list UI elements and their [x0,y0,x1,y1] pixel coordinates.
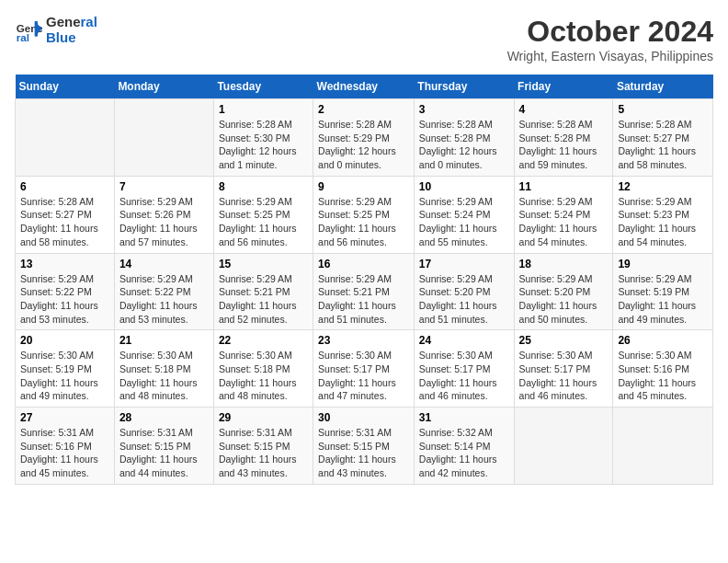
calendar-day-cell: 17Sunrise: 5:29 AMSunset: 5:20 PMDayligh… [414,253,514,330]
page-header: Gene ral General Blue October 2024 Wrigh… [15,15,713,63]
day-number: 25 [519,334,609,347]
calendar-day-cell: 12Sunrise: 5:29 AMSunset: 5:23 PMDayligh… [613,176,713,253]
day-number: 30 [318,411,409,424]
day-detail: Sunrise: 5:29 AMSunset: 5:23 PMDaylight:… [618,195,708,249]
svg-rect-3 [35,21,38,37]
calendar-day-cell: 14Sunrise: 5:29 AMSunset: 5:22 PMDayligh… [114,253,213,330]
calendar-day-cell: 22Sunrise: 5:30 AMSunset: 5:18 PMDayligh… [213,330,313,408]
calendar-day-cell: 7Sunrise: 5:29 AMSunset: 5:26 PMDaylight… [114,176,213,253]
logo: Gene ral General Blue [15,15,97,45]
title-block: October 2024 Wright, Eastern Visayas, Ph… [507,15,713,63]
day-number: 24 [419,334,509,347]
day-detail: Sunrise: 5:31 AMSunset: 5:15 PMDaylight:… [119,426,209,480]
day-detail: Sunrise: 5:32 AMSunset: 5:14 PMDaylight:… [419,426,509,480]
day-number: 11 [519,180,609,193]
calendar-day-cell: 10Sunrise: 5:29 AMSunset: 5:24 PMDayligh… [414,176,514,253]
calendar-day-cell: 4Sunrise: 5:28 AMSunset: 5:28 PMDaylight… [514,99,613,177]
day-number: 29 [219,411,308,424]
calendar-day-cell: 2Sunrise: 5:28 AMSunset: 5:29 PMDaylight… [313,99,415,177]
day-number: 16 [318,258,409,270]
day-number: 3 [419,103,509,116]
day-number: 6 [20,180,109,193]
calendar-day-cell: 13Sunrise: 5:29 AMSunset: 5:22 PMDayligh… [16,253,115,330]
calendar-day-cell: 9Sunrise: 5:29 AMSunset: 5:25 PMDaylight… [313,176,415,253]
day-detail: Sunrise: 5:29 AMSunset: 5:19 PMDaylight:… [618,272,708,327]
day-detail: Sunrise: 5:30 AMSunset: 5:18 PMDaylight:… [219,349,308,403]
day-number: 18 [519,258,609,270]
day-number: 14 [119,258,209,270]
day-detail: Sunrise: 5:28 AMSunset: 5:30 PMDaylight:… [219,118,308,172]
day-detail: Sunrise: 5:29 AMSunset: 5:22 PMDaylight:… [20,272,109,327]
day-number: 23 [318,334,409,347]
calendar-day-cell: 11Sunrise: 5:29 AMSunset: 5:24 PMDayligh… [514,176,613,253]
day-detail: Sunrise: 5:29 AMSunset: 5:20 PMDaylight:… [419,272,509,327]
calendar-day-cell [114,99,213,177]
calendar-day-cell: 3Sunrise: 5:28 AMSunset: 5:28 PMDaylight… [414,99,514,177]
day-number: 5 [618,103,708,116]
day-number: 13 [20,258,109,270]
day-detail: Sunrise: 5:29 AMSunset: 5:25 PMDaylight:… [219,195,308,249]
day-number: 17 [419,258,509,270]
location-title: Wright, Eastern Visayas, Philippines [507,49,713,63]
day-number: 4 [519,103,609,116]
day-number: 21 [119,334,209,347]
day-detail: Sunrise: 5:28 AMSunset: 5:27 PMDaylight:… [618,118,708,172]
day-detail: Sunrise: 5:31 AMSunset: 5:16 PMDaylight:… [20,426,109,480]
weekday-header-cell: Sunday [16,75,115,99]
month-title: October 2024 [507,15,713,49]
calendar-day-cell: 19Sunrise: 5:29 AMSunset: 5:19 PMDayligh… [613,253,713,330]
svg-text:ral: ral [17,30,29,42]
day-detail: Sunrise: 5:30 AMSunset: 5:17 PMDaylight:… [519,349,609,403]
day-number: 31 [419,411,509,424]
calendar-day-cell: 5Sunrise: 5:28 AMSunset: 5:27 PMDaylight… [613,99,713,177]
day-detail: Sunrise: 5:30 AMSunset: 5:17 PMDaylight:… [419,349,509,403]
day-detail: Sunrise: 5:28 AMSunset: 5:28 PMDaylight:… [519,118,609,172]
day-detail: Sunrise: 5:28 AMSunset: 5:27 PMDaylight:… [20,195,109,249]
calendar-body: 1Sunrise: 5:28 AMSunset: 5:30 PMDaylight… [16,99,713,485]
calendar-week-row: 20Sunrise: 5:30 AMSunset: 5:19 PMDayligh… [16,330,713,408]
weekday-header-cell: Saturday [613,75,713,99]
calendar-day-cell: 30Sunrise: 5:31 AMSunset: 5:15 PMDayligh… [313,408,415,485]
calendar-day-cell: 18Sunrise: 5:29 AMSunset: 5:20 PMDayligh… [514,253,613,330]
day-detail: Sunrise: 5:29 AMSunset: 5:21 PMDaylight:… [318,272,409,327]
weekday-header-cell: Wednesday [313,75,415,99]
day-detail: Sunrise: 5:30 AMSunset: 5:17 PMDaylight:… [318,349,409,403]
calendar-day-cell: 20Sunrise: 5:30 AMSunset: 5:19 PMDayligh… [16,330,115,408]
day-detail: Sunrise: 5:31 AMSunset: 5:15 PMDaylight:… [318,426,409,480]
calendar-table: SundayMondayTuesdayWednesdayThursdayFrid… [15,75,713,485]
calendar-day-cell: 24Sunrise: 5:30 AMSunset: 5:17 PMDayligh… [414,330,514,408]
day-number: 22 [219,334,308,347]
weekday-header-cell: Thursday [414,75,514,99]
weekday-header-row: SundayMondayTuesdayWednesdayThursdayFrid… [16,75,713,99]
calendar-week-row: 1Sunrise: 5:28 AMSunset: 5:30 PMDaylight… [16,99,713,177]
calendar-day-cell: 31Sunrise: 5:32 AMSunset: 5:14 PMDayligh… [414,408,514,485]
calendar-week-row: 13Sunrise: 5:29 AMSunset: 5:22 PMDayligh… [16,253,713,330]
day-detail: Sunrise: 5:28 AMSunset: 5:28 PMDaylight:… [419,118,509,172]
calendar-day-cell: 16Sunrise: 5:29 AMSunset: 5:21 PMDayligh… [313,253,415,330]
day-number: 12 [618,180,708,193]
day-number: 10 [419,180,509,193]
calendar-day-cell: 8Sunrise: 5:29 AMSunset: 5:25 PMDaylight… [213,176,313,253]
day-detail: Sunrise: 5:29 AMSunset: 5:22 PMDaylight:… [119,272,209,327]
calendar-day-cell: 6Sunrise: 5:28 AMSunset: 5:27 PMDaylight… [16,176,115,253]
day-number: 19 [618,258,708,270]
day-number: 20 [20,334,109,347]
calendar-day-cell: 25Sunrise: 5:30 AMSunset: 5:17 PMDayligh… [514,330,613,408]
day-number: 1 [219,103,308,116]
day-detail: Sunrise: 5:28 AMSunset: 5:29 PMDaylight:… [318,118,409,172]
weekday-header-cell: Monday [114,75,213,99]
calendar-week-row: 6Sunrise: 5:28 AMSunset: 5:27 PMDaylight… [16,176,713,253]
weekday-header-cell: Tuesday [213,75,313,99]
day-number: 7 [119,180,209,193]
calendar-day-cell: 29Sunrise: 5:31 AMSunset: 5:15 PMDayligh… [213,408,313,485]
day-number: 26 [618,334,708,347]
day-detail: Sunrise: 5:29 AMSunset: 5:20 PMDaylight:… [519,272,609,327]
calendar-day-cell [16,99,115,177]
calendar-day-cell: 26Sunrise: 5:30 AMSunset: 5:16 PMDayligh… [613,330,713,408]
day-detail: Sunrise: 5:30 AMSunset: 5:18 PMDaylight:… [119,349,209,403]
calendar-day-cell: 28Sunrise: 5:31 AMSunset: 5:15 PMDayligh… [114,408,213,485]
day-number: 8 [219,180,308,193]
day-number: 27 [20,411,109,424]
calendar-day-cell [514,408,613,485]
day-number: 9 [318,180,409,193]
